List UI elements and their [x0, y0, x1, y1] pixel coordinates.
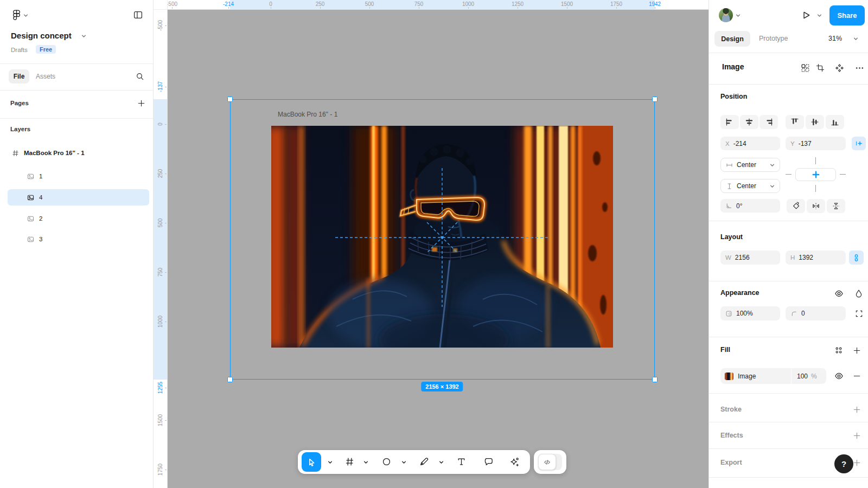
h-label: H [790, 254, 795, 261]
independent-corners-icon[interactable] [852, 307, 865, 320]
share-button[interactable]: Share [829, 5, 865, 25]
present-chevron-icon[interactable] [817, 13, 822, 18]
ruler-tick: 0 [157, 123, 163, 126]
avatar[interactable] [719, 8, 733, 22]
account-chevron-icon[interactable] [736, 13, 741, 18]
ruler-tick: -500 [167, 1, 177, 7]
align-left-icon[interactable] [720, 115, 739, 129]
add-position-variable-icon[interactable] [852, 137, 866, 150]
instance-icon[interactable] [799, 61, 812, 74]
pen-tool-icon[interactable] [419, 457, 429, 466]
opacity-value: 100% [736, 310, 753, 317]
divider [0, 63, 153, 64]
toggle-sidebar-icon[interactable] [133, 10, 143, 20]
pages-section-label[interactable]: Pages [10, 100, 29, 106]
move-tool-chevron-icon[interactable] [328, 460, 333, 465]
layer-row[interactable]: 1 [27, 169, 42, 184]
shape-tool-chevron-icon[interactable] [401, 460, 406, 465]
layer-row[interactable]: 3 [27, 232, 42, 247]
ruler-horizontal[interactable]: -500-214025050075010001250150017501942 [154, 0, 709, 10]
horizontal-constraint-dropdown[interactable]: Center [720, 158, 780, 172]
comment-tool-icon[interactable] [484, 457, 493, 466]
opacity-icon [725, 310, 732, 317]
rotation-field[interactable]: 0° [720, 199, 780, 213]
align-right-icon[interactable] [760, 115, 778, 129]
present-play-icon[interactable] [801, 10, 811, 20]
align-vertical-center-icon[interactable] [806, 115, 824, 129]
zoom-chevron-icon[interactable] [853, 36, 858, 41]
remove-fill-icon[interactable] [850, 369, 863, 382]
x-position-field[interactable]: X -214 [720, 137, 780, 150]
align-horizontal-center-icon[interactable] [740, 115, 758, 129]
figma-logo-icon[interactable] [11, 9, 22, 21]
selection-handle-top-left[interactable] [227, 97, 233, 102]
tab-design[interactable]: Design [714, 31, 750, 47]
add-stroke-icon[interactable] [850, 403, 863, 416]
ruler-tick-mark [165, 388, 167, 388]
rotation-value: 0° [736, 202, 742, 210]
layer-row-frame[interactable]: MacBook Pro 16" - 1 [12, 145, 85, 160]
layer-label: 2 [39, 215, 42, 222]
align-top-icon[interactable] [786, 115, 804, 129]
x-value: -214 [733, 140, 746, 147]
add-page-icon[interactable] [137, 99, 145, 107]
crop-icon[interactable] [814, 61, 827, 74]
corner-radius-field[interactable]: 0 [786, 306, 846, 320]
main-menu-chevron-icon[interactable] [23, 13, 28, 18]
selection-handle-bottom-left[interactable] [227, 377, 233, 382]
file-title-chevron-icon[interactable] [81, 34, 86, 38]
tab-file[interactable]: File [9, 69, 29, 84]
flip-vertical-icon[interactable] [827, 199, 845, 213]
shape-tool-ellipse-icon[interactable] [382, 457, 391, 466]
layer-row[interactable]: 2 [27, 211, 42, 226]
height-field[interactable]: H 1392 [786, 251, 846, 265]
layers-section-label[interactable]: Layers [10, 126, 30, 132]
help-button[interactable]: ? [834, 454, 853, 473]
image-layer-icon [27, 236, 34, 243]
frame-tool-icon[interactable] [345, 457, 354, 466]
constraint-center-icon[interactable] [795, 168, 836, 181]
ruler-tick-mark [165, 174, 167, 174]
dev-mode-icon[interactable] [538, 454, 556, 470]
file-title[interactable]: Design concept [11, 31, 72, 40]
tab-assets[interactable]: Assets [36, 73, 55, 80]
mask-icon[interactable] [833, 61, 846, 74]
flip-horizontal-icon[interactable] [807, 199, 825, 213]
constrain-proportions-link-icon[interactable] [849, 251, 864, 265]
fill-visibility-eye-icon[interactable] [832, 369, 845, 382]
tab-prototype[interactable]: Prototype [759, 35, 788, 42]
fill-opacity-field[interactable]: 100 % [792, 368, 826, 384]
actions-tool-icon[interactable] [509, 457, 519, 467]
layer-row-selected[interactable]: 4 [27, 190, 42, 205]
zoom-level[interactable]: 31% [828, 35, 842, 42]
y-position-field[interactable]: Y -137 [786, 137, 846, 150]
constraints-widget[interactable] [786, 156, 846, 193]
ruler-vertical[interactable]: -500-13702505007501000125515001750 [154, 10, 168, 488]
blend-droplet-icon[interactable] [852, 287, 865, 300]
width-field[interactable]: W 2156 [720, 251, 780, 265]
more-options-icon[interactable] [853, 61, 866, 74]
rotate-icon[interactable] [787, 199, 805, 213]
divider [709, 221, 868, 221]
styles-icon[interactable] [832, 344, 845, 357]
pen-tool-chevron-icon[interactable] [439, 460, 444, 465]
selection-handle-bottom-right[interactable] [652, 377, 658, 382]
selection-bounds[interactable] [230, 99, 655, 380]
search-icon[interactable] [136, 72, 144, 81]
text-tool-icon[interactable] [457, 457, 466, 466]
align-bottom-icon[interactable] [826, 115, 844, 129]
add-effect-icon[interactable] [850, 429, 863, 442]
vertical-constraint-dropdown[interactable]: Center [720, 179, 780, 193]
ruler-tick: 1942 [649, 1, 661, 7]
opacity-field[interactable]: 100% [720, 306, 780, 320]
move-tool-button[interactable] [302, 452, 321, 472]
x-label: X [725, 140, 730, 147]
fill-swatch-row[interactable]: Image [720, 368, 791, 384]
add-fill-icon[interactable] [850, 344, 863, 357]
visibility-eye-icon[interactable] [832, 287, 845, 300]
dev-mode-toggle[interactable] [534, 450, 566, 474]
selection-handle-top-right[interactable] [652, 97, 658, 102]
frame-tool-chevron-icon[interactable] [363, 460, 368, 465]
breadcrumb[interactable]: Drafts [11, 47, 28, 53]
ruler-tick: 1500 [157, 414, 163, 426]
